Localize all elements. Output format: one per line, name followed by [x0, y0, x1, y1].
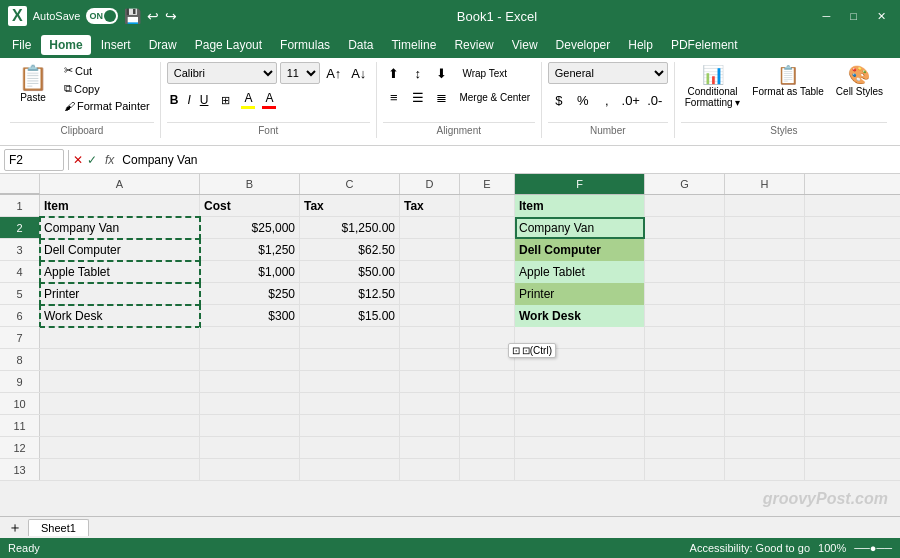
cell-a10[interactable]: [40, 393, 200, 415]
cell-d4[interactable]: [400, 261, 460, 283]
row-num-12[interactable]: 12: [0, 437, 40, 458]
cell-a13[interactable]: [40, 459, 200, 481]
cell-h6[interactable]: [725, 305, 805, 327]
cell-e8[interactable]: [460, 349, 515, 371]
cell-b13[interactable]: [200, 459, 300, 481]
cell-a7[interactable]: [40, 327, 200, 349]
decrease-font-button[interactable]: A↓: [348, 62, 370, 84]
cell-g4[interactable]: [645, 261, 725, 283]
cell-b7[interactable]: [200, 327, 300, 349]
cell-b5[interactable]: $250: [200, 283, 300, 305]
highlight-color-button[interactable]: A: [239, 90, 257, 110]
cell-h5[interactable]: [725, 283, 805, 305]
cell-e4[interactable]: [460, 261, 515, 283]
cell-d9[interactable]: [400, 371, 460, 393]
cell-f4[interactable]: Apple Tablet: [515, 261, 645, 283]
zoom-slider[interactable]: ──●──: [854, 542, 892, 554]
cell-e1[interactable]: [460, 195, 515, 217]
cell-h13[interactable]: [725, 459, 805, 481]
menu-insert[interactable]: Insert: [93, 35, 139, 55]
cut-button[interactable]: ✂ Cut: [60, 62, 154, 79]
cell-a2[interactable]: Company Van: [40, 217, 200, 239]
menu-draw[interactable]: Draw: [141, 35, 185, 55]
cell-h9[interactable]: [725, 371, 805, 393]
confirm-formula-icon[interactable]: ✓: [87, 153, 97, 167]
cell-a8[interactable]: [40, 349, 200, 371]
row-num-3[interactable]: 3: [0, 239, 40, 260]
col-header-a[interactable]: A: [40, 174, 200, 194]
paste-button[interactable]: 📋 Paste: [10, 62, 56, 107]
cell-g12[interactable]: [645, 437, 725, 459]
cell-f1[interactable]: Item: [515, 195, 645, 217]
cell-g7[interactable]: [645, 327, 725, 349]
cell-e9[interactable]: [460, 371, 515, 393]
cell-g8[interactable]: [645, 349, 725, 371]
row-num-4[interactable]: 4: [0, 261, 40, 282]
row-num-9[interactable]: 9: [0, 371, 40, 392]
cell-h8[interactable]: [725, 349, 805, 371]
currency-button[interactable]: $: [548, 89, 570, 111]
cell-d13[interactable]: [400, 459, 460, 481]
row-num-8[interactable]: 8: [0, 349, 40, 370]
cell-c6[interactable]: $15.00: [300, 305, 400, 327]
cell-h10[interactable]: [725, 393, 805, 415]
cell-g10[interactable]: [645, 393, 725, 415]
menu-file[interactable]: File: [4, 35, 39, 55]
font-color-button[interactable]: A: [260, 90, 278, 110]
row-num-1[interactable]: 1: [0, 195, 40, 216]
align-top-button[interactable]: ⬆: [383, 62, 405, 84]
cell-h7[interactable]: [725, 327, 805, 349]
cell-g9[interactable]: [645, 371, 725, 393]
redo-icon[interactable]: ↪: [165, 8, 177, 24]
wrap-text-button[interactable]: Wrap Text: [455, 62, 515, 84]
cell-f5[interactable]: Printer: [515, 283, 645, 305]
close-icon[interactable]: ✕: [871, 8, 892, 25]
col-header-b[interactable]: B: [200, 174, 300, 194]
cell-c13[interactable]: [300, 459, 400, 481]
menu-home[interactable]: Home: [41, 35, 90, 55]
format-as-table-button[interactable]: 📋 Format as Table: [748, 62, 828, 99]
row-num-13[interactable]: 13: [0, 459, 40, 480]
comma-button[interactable]: ,: [596, 89, 618, 111]
cell-h12[interactable]: [725, 437, 805, 459]
cell-b12[interactable]: [200, 437, 300, 459]
merge-center-button[interactable]: Merge & Center: [455, 86, 535, 108]
cell-g2[interactable]: [645, 217, 725, 239]
cell-g11[interactable]: [645, 415, 725, 437]
cell-b8[interactable]: [200, 349, 300, 371]
cell-d5[interactable]: [400, 283, 460, 305]
cell-a4[interactable]: Apple Tablet: [40, 261, 200, 283]
cell-c11[interactable]: [300, 415, 400, 437]
cell-f2[interactable]: Company Van: [515, 217, 645, 239]
font-size-select[interactable]: 11: [280, 62, 320, 84]
cell-b9[interactable]: [200, 371, 300, 393]
increase-font-button[interactable]: A↑: [323, 62, 345, 84]
cell-b4[interactable]: $1,000: [200, 261, 300, 283]
col-header-g[interactable]: G: [645, 174, 725, 194]
cell-h2[interactable]: [725, 217, 805, 239]
percent-button[interactable]: %: [572, 89, 594, 111]
cell-reference-box[interactable]: F2: [4, 149, 64, 171]
row-num-5[interactable]: 5: [0, 283, 40, 304]
cell-h1[interactable]: [725, 195, 805, 217]
cell-d2[interactable]: [400, 217, 460, 239]
formula-input[interactable]: [122, 149, 896, 171]
cell-e12[interactable]: [460, 437, 515, 459]
cell-a1[interactable]: Item: [40, 195, 200, 217]
font-family-select[interactable]: Calibri: [167, 62, 277, 84]
underline-button[interactable]: U: [197, 89, 212, 111]
align-middle-button[interactable]: ↕: [407, 62, 429, 84]
border-button[interactable]: ⊞: [214, 89, 236, 111]
cell-c3[interactable]: $62.50: [300, 239, 400, 261]
cell-g6[interactable]: [645, 305, 725, 327]
cell-f6[interactable]: Work Desk: [515, 305, 645, 327]
conditional-formatting-button[interactable]: 📊 ConditionalFormatting ▾: [681, 62, 745, 110]
cell-h4[interactable]: [725, 261, 805, 283]
sheet-tab-1[interactable]: Sheet1: [28, 519, 89, 536]
cell-b3[interactable]: $1,250: [200, 239, 300, 261]
menu-page-layout[interactable]: Page Layout: [187, 35, 270, 55]
cell-a5[interactable]: Printer: [40, 283, 200, 305]
col-header-d[interactable]: D: [400, 174, 460, 194]
cell-a9[interactable]: [40, 371, 200, 393]
cell-d11[interactable]: [400, 415, 460, 437]
